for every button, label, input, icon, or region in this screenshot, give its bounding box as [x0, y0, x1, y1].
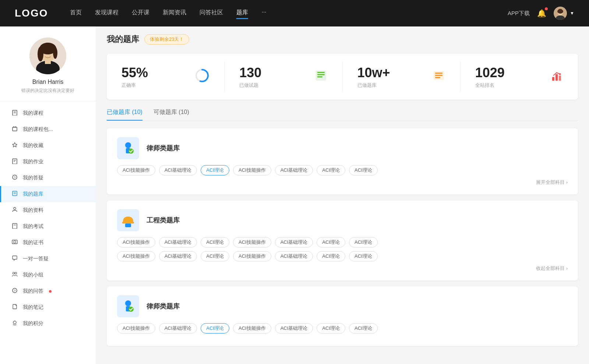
- sidebar-item-mypoints[interactable]: 我的积分: [0, 315, 96, 332]
- tag-item[interactable]: ACI基础理论: [159, 237, 197, 247]
- tag-item[interactable]: ACI基础理论: [159, 323, 197, 333]
- svg-point-33: [15, 272, 17, 274]
- svg-rect-40: [317, 72, 325, 73]
- sidebar-item-mynote[interactable]: 我的笔记: [0, 299, 96, 315]
- nav-more[interactable]: ···: [261, 7, 266, 19]
- avatar: [554, 7, 567, 20]
- tag-item[interactable]: ACI技能操作: [117, 165, 155, 175]
- tabs: 已做题库 (10) 可做题库 (10): [107, 108, 578, 121]
- tag-item-active[interactable]: ACI理论: [201, 323, 229, 333]
- sidebar-item-myhw[interactable]: 我的作业: [0, 154, 96, 170]
- group-icon: [11, 271, 18, 279]
- question-icon: ?: [11, 288, 18, 295]
- stat-rank-number: 1029: [475, 65, 505, 81]
- tab-available[interactable]: 可做题库 (10): [154, 108, 189, 121]
- stat-done-q-label: 已做试题: [239, 82, 258, 89]
- qbank-card-1-tags: ACI技能操作 ACI基础理论 ACI理论 ACI技能操作 ACI基础理论 AC…: [117, 165, 568, 175]
- svg-marker-18: [13, 143, 17, 147]
- rank-icon: [550, 69, 563, 85]
- notification-bell[interactable]: 🔔: [537, 9, 546, 18]
- nav-qa[interactable]: 问答社区: [200, 7, 223, 19]
- tag-item[interactable]: ACI理论: [349, 165, 378, 175]
- qa-icon: ?: [11, 174, 18, 182]
- sidebar-item-myqbank-label: 我的题库: [23, 191, 43, 197]
- stat-rank-label: 全站排名: [475, 82, 494, 89]
- sidebar-item-myprofile[interactable]: 我的资料: [0, 202, 96, 218]
- svg-rect-16: [13, 126, 14, 128]
- tag-item[interactable]: ACI技能操作: [233, 251, 271, 261]
- sidebar-item-mypoints-label: 我的积分: [23, 320, 43, 327]
- svg-rect-17: [15, 126, 16, 128]
- sidebar-item-myprofile-label: 我的资料: [23, 207, 43, 214]
- sidebar-item-myqbank[interactable]: 我的题库: [0, 186, 96, 202]
- nav-home[interactable]: 首页: [70, 7, 82, 19]
- main-content: 我的题库 体验剩余23天！ 55% 正确率 130 已做试题: [96, 26, 589, 364]
- nav-qbank[interactable]: 题库: [236, 7, 248, 19]
- sidebar-item-mycourse[interactable]: 我的课程: [0, 105, 96, 121]
- note-icon: [11, 304, 18, 311]
- tag-item[interactable]: ACI理论: [317, 165, 345, 175]
- svg-rect-46: [435, 77, 440, 78]
- tag-item[interactable]: ACI基础理论: [275, 237, 313, 247]
- tag-item[interactable]: ACI理论: [201, 237, 229, 247]
- tag-item[interactable]: ACI理论: [317, 323, 345, 333]
- tag-item[interactable]: ACI理论: [349, 237, 378, 247]
- qbank-card-2-tags-row2: ACI技能操作 ACI基础理论 ACI理论 ACI技能操作 ACI基础理论 AC…: [117, 251, 568, 261]
- tag-item[interactable]: ACI基础理论: [275, 165, 313, 175]
- tag-item[interactable]: ACI技能操作: [233, 323, 271, 333]
- main-nav: 首页 发现课程 公开课 新闻资讯 问答社区 题库 ···: [70, 7, 508, 19]
- tag-item[interactable]: ACI基础理论: [275, 251, 313, 261]
- qbank-card-1-title: 律师类题库: [147, 144, 180, 153]
- cert-icon: [11, 239, 18, 246]
- collapse-link-2[interactable]: 收起全部科目 ›: [117, 265, 568, 272]
- profile-motto: 错误的决定比没有决定要好: [21, 88, 74, 94]
- sidebar-item-myquestion[interactable]: ? 我的问答: [0, 283, 96, 299]
- stat-accuracy-number: 55%: [121, 65, 148, 81]
- tab-done[interactable]: 已做题库 (10): [107, 108, 142, 121]
- tag-item[interactable]: ACI理论: [201, 251, 229, 261]
- pkg-icon: [11, 126, 18, 133]
- sidebar-item-mygroup[interactable]: 我的小组: [0, 267, 96, 283]
- tag-item-active[interactable]: ACI理论: [201, 165, 229, 175]
- app-download-link[interactable]: APP下载: [508, 10, 530, 17]
- tag-item[interactable]: ACI技能操作: [117, 323, 155, 333]
- sidebar-item-myexam[interactable]: 我的考试: [0, 218, 96, 235]
- stat-done-b-label: 已做题库: [357, 82, 377, 89]
- qbank-card-lawyer-1: 律师类题库 ACI技能操作 ACI基础理论 ACI理论 ACI技能操作 ACI基…: [107, 128, 578, 195]
- expand-link-1[interactable]: 展开全部科目 ›: [117, 179, 568, 186]
- qbank-card-2-title: 工程类题库: [147, 216, 180, 225]
- svg-point-36: [13, 321, 16, 324]
- qbank-card-2-icon: [117, 209, 139, 231]
- sidebar-item-mypkg[interactable]: 我的课程包...: [0, 121, 96, 138]
- tag-item[interactable]: ACI基础理论: [159, 251, 197, 261]
- svg-rect-48: [556, 74, 558, 81]
- stat-accuracy-label: 正确率: [121, 82, 136, 89]
- nav-discover[interactable]: 发现课程: [95, 7, 119, 19]
- qbank-card-lawyer-2: 律师类题库 ACI技能操作 ACI基础理论 ACI理论 ACI技能操作 ACI基…: [107, 286, 578, 346]
- sidebar-item-onetoone-label: 一对一答疑: [23, 256, 49, 262]
- tag-item[interactable]: ACI理论: [349, 323, 378, 333]
- tag-item[interactable]: ACI理论: [317, 251, 345, 261]
- sidebar-item-mycert[interactable]: 我的证书: [0, 235, 96, 251]
- tag-item[interactable]: ACI理论: [317, 237, 345, 247]
- tag-item[interactable]: ACI技能操作: [233, 237, 271, 247]
- svg-rect-45: [435, 75, 442, 76]
- tag-item[interactable]: ACI技能操作: [117, 237, 155, 247]
- done-q-icon: [314, 69, 328, 85]
- sidebar-item-onetoone[interactable]: 一对一答疑: [0, 251, 96, 267]
- tag-item[interactable]: ACI技能操作: [233, 165, 271, 175]
- sidebar-item-myfav[interactable]: 我的收藏: [0, 138, 96, 154]
- svg-text:?: ?: [14, 289, 15, 293]
- nav-news[interactable]: 新闻资讯: [163, 7, 186, 19]
- profile-avatar: [29, 38, 66, 74]
- done-b-icon: [432, 69, 445, 85]
- svg-point-50: [559, 73, 561, 75]
- tag-item[interactable]: ACI理论: [349, 251, 378, 261]
- tag-item[interactable]: ACI基础理论: [275, 323, 313, 333]
- user-avatar-wrapper[interactable]: ▼: [554, 7, 574, 20]
- qbank-card-3-header: 律师类题库: [117, 295, 568, 317]
- tag-item[interactable]: ACI技能操作: [117, 251, 155, 261]
- nav-open-course[interactable]: 公开课: [132, 7, 149, 19]
- sidebar-item-myqa[interactable]: ? 我的答疑: [0, 170, 96, 186]
- tag-item[interactable]: ACI基础理论: [159, 165, 197, 175]
